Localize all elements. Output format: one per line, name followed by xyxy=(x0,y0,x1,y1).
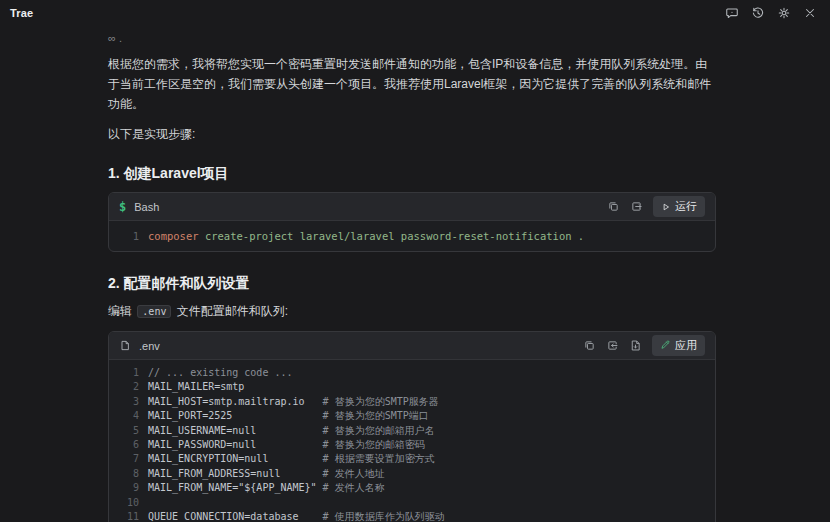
line-content: MAIL_PORT=2525 # 替换为您的SMTP端口 xyxy=(148,409,429,423)
line-content: composer create-project laravel/laravel … xyxy=(148,228,584,244)
file-icon xyxy=(119,339,131,352)
edit-env-instruction: 编辑 .env 文件配置邮件和队列: xyxy=(108,302,716,321)
steps-intro: 以下是实现步骤: xyxy=(108,124,716,144)
line-number: 1 xyxy=(109,228,139,244)
code-line: 1// ... existing code ... xyxy=(109,366,715,380)
line-number: 3 xyxy=(109,395,139,409)
code-line: 11QUEUE_CONNECTION=database # 使用数据库作为队列驱… xyxy=(109,510,715,522)
line-content: MAIL_ENCRYPTION=null # 根据需要设置加密方式 xyxy=(148,452,435,466)
line-content: MAIL_MAILER=smtp xyxy=(148,380,244,394)
line-content: MAIL_FROM_ADDRESS=null # 发件人地址 xyxy=(148,467,385,481)
run-button-label: 运行 xyxy=(675,199,697,214)
code-line: 3MAIL_HOST=smtp.mailtrap.io # 替换为您的SMTP服… xyxy=(109,395,715,409)
settings-icon[interactable] xyxy=(774,3,794,23)
shell-prompt-icon: $ xyxy=(119,200,126,214)
assistant-message-intro: 根据您的需求，我将帮您实现一个密码重置时发送邮件通知的功能，包含IP和设备信息，… xyxy=(108,54,716,114)
line-number: 2 xyxy=(109,380,139,394)
code-line: 9MAIL_FROM_NAME="${APP_NAME}" # 发件人名称 xyxy=(109,481,715,495)
line-number: 8 xyxy=(109,467,139,481)
line-number: 1 xyxy=(109,366,139,380)
topbar-icons xyxy=(722,3,820,23)
line-number: 11 xyxy=(109,510,139,522)
line-content: QUEUE_CONNECTION=database # 使用数据库作为队列驱动 xyxy=(148,510,445,522)
run-button[interactable]: 运行 xyxy=(653,196,705,217)
line-content: MAIL_PASSWORD=null # 替换为您的邮箱密码 xyxy=(148,438,425,452)
new-file-icon[interactable] xyxy=(629,339,642,352)
line-number: 4 xyxy=(109,409,139,423)
line-number: 10 xyxy=(109,496,139,510)
insert-into-terminal-icon[interactable] xyxy=(630,200,643,213)
code-line: 4MAIL_PORT=2525 # 替换为您的SMTP端口 xyxy=(109,409,715,423)
inline-code-env: .env xyxy=(137,305,171,318)
bash-code-block-header: $ Bash xyxy=(109,193,715,221)
line-number: 5 xyxy=(109,424,139,438)
env-code-body: 1// ... existing code ...2MAIL_MAILER=sm… xyxy=(109,360,715,522)
topbar: Trae xyxy=(0,0,830,26)
env-code-block-header: .env xyxy=(109,332,715,360)
code-line: 5MAIL_USERNAME=null # 替换为您的邮箱用户名 xyxy=(109,424,715,438)
apply-button[interactable]: 应用 xyxy=(652,335,705,356)
insert-into-editor-icon[interactable] xyxy=(606,339,619,352)
section-heading-2: 2. 配置邮件和队列设置 xyxy=(108,274,716,292)
code-filename-label: .env xyxy=(139,340,160,352)
code-line: 7MAIL_ENCRYPTION=null # 根据需要设置加密方式 xyxy=(109,452,715,466)
code-line: 8MAIL_FROM_ADDRESS=null # 发件人地址 xyxy=(109,467,715,481)
line-number: 9 xyxy=(109,481,139,495)
apply-button-label: 应用 xyxy=(675,338,697,353)
bash-code-block: $ Bash xyxy=(108,192,716,252)
edit-prefix: 编辑 xyxy=(108,304,132,318)
edit-suffix: 文件配置邮件和队列: xyxy=(177,304,288,318)
line-content: MAIL_USERNAME=null # 替换为您的邮箱用户名 xyxy=(148,424,435,438)
line-content xyxy=(148,496,154,510)
apply-pencil-icon xyxy=(660,339,671,352)
history-icon[interactable] xyxy=(748,3,768,23)
line-content: MAIL_HOST=smtp.mailtrap.io # 替换为您的SMTP服务… xyxy=(148,395,439,409)
code-line: 2MAIL_MAILER=smtp xyxy=(109,380,715,394)
env-code-block: .env xyxy=(108,331,716,522)
line-content: // ... existing code ... xyxy=(148,366,293,380)
code-language-label: Bash xyxy=(134,201,159,213)
message-fragment: ∞ . xyxy=(108,32,716,46)
code-line: 1composer create-project laravel/laravel… xyxy=(109,228,715,244)
copy-icon[interactable] xyxy=(607,200,620,213)
close-icon[interactable] xyxy=(800,3,820,23)
app-title: Trae xyxy=(10,7,33,19)
play-icon xyxy=(661,202,671,212)
line-number: 7 xyxy=(109,452,139,466)
code-line: 6MAIL_PASSWORD=null # 替换为您的邮箱密码 xyxy=(109,438,715,452)
code-line: 10 xyxy=(109,496,715,510)
section-heading-1: 1. 创建Laravel项目 xyxy=(108,164,716,182)
chat-icon[interactable] xyxy=(722,3,742,23)
chat-content: ∞ . 根据您的需求，我将帮您实现一个密码重置时发送邮件通知的功能，包含IP和设… xyxy=(108,32,716,522)
bash-code-body: 1composer create-project laravel/laravel… xyxy=(109,221,715,251)
line-number: 6 xyxy=(109,438,139,452)
line-content: MAIL_FROM_NAME="${APP_NAME}" # 发件人名称 xyxy=(148,481,385,495)
copy-icon[interactable] xyxy=(583,339,596,352)
